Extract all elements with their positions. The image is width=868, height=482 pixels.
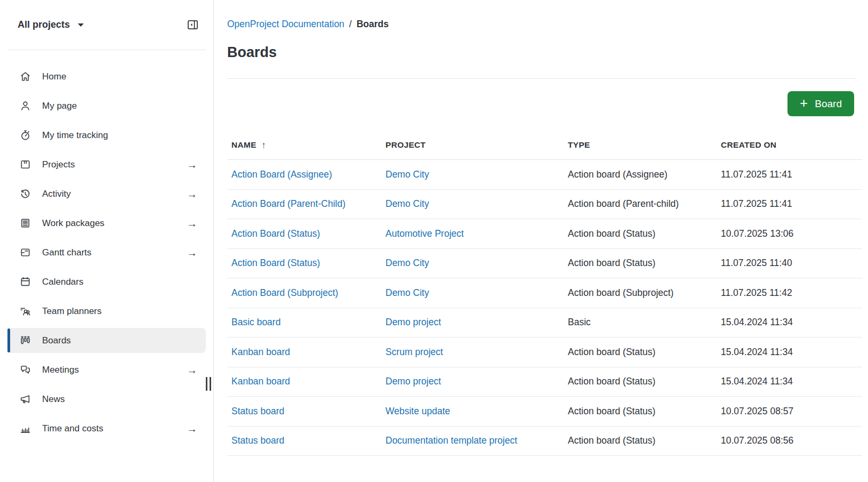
table-row: Status board Website update Action board…	[227, 397, 862, 427]
team-planner-icon	[19, 305, 31, 317]
sidebar-item-calendars[interactable]: Calendars	[7, 269, 206, 294]
sidebar-resize-handle[interactable]	[206, 377, 211, 391]
plus-icon: +	[800, 96, 808, 110]
board-type: Action board (Status)	[564, 258, 717, 269]
gantt-icon	[19, 246, 31, 259]
sidebar-item-news[interactable]: News	[7, 387, 206, 412]
board-name-link[interactable]: Basic board	[231, 317, 280, 327]
sidebar-item-team-planners[interactable]: Team planners	[7, 299, 206, 324]
sidebar-item-boards[interactable]: Boards	[7, 328, 206, 353]
column-header-project[interactable]: PROJECT	[381, 140, 564, 150]
breadcrumb-separator: /	[349, 19, 352, 30]
submenu-arrow-icon[interactable]: →	[187, 423, 197, 434]
project-link[interactable]: Demo City	[385, 169, 429, 180]
project-link[interactable]: Demo City	[385, 287, 429, 298]
sidebar-item-projects[interactable]: Projects →	[7, 152, 206, 177]
board-type: Action board (Status)	[564, 406, 717, 417]
project-link[interactable]: Automotive Project	[385, 228, 464, 239]
board-name-link[interactable]: Status board	[231, 406, 284, 416]
page-title: Boards	[227, 44, 868, 61]
created-on: 15.04.2024 11:34	[717, 347, 862, 358]
boards-icon	[19, 334, 31, 347]
collapse-sidebar-button[interactable]	[186, 18, 199, 31]
project-link[interactable]: Demo City	[385, 198, 429, 209]
board-name-link[interactable]: Kanban board	[231, 347, 290, 357]
created-on: 15.04.2024 11:34	[717, 376, 862, 387]
column-header-name[interactable]: NAME ↑	[227, 140, 381, 151]
project-link[interactable]: Demo project	[385, 376, 441, 387]
board-name-link[interactable]: Action Board (Parent-Child)	[231, 198, 345, 209]
submenu-arrow-icon[interactable]: →	[187, 159, 197, 170]
sidebar-nav: Home My page	[0, 50, 213, 441]
project-link[interactable]: Demo project	[385, 317, 441, 327]
table-row: Status board Documentation template proj…	[227, 427, 862, 456]
sidebar-item-label: Meetings	[42, 365, 79, 375]
sidebar-item-activity[interactable]: Activity →	[7, 181, 206, 206]
collapse-sidebar-icon	[186, 18, 199, 31]
chevron-down-icon	[77, 23, 84, 27]
board-name-link[interactable]: Status board	[231, 435, 284, 446]
sidebar-item-time-and-costs[interactable]: Time and costs →	[7, 416, 206, 441]
sidebar-item-label: Activity	[42, 189, 71, 199]
board-name-link[interactable]: Action Board (Subproject)	[231, 287, 338, 298]
submenu-arrow-icon[interactable]: →	[187, 247, 197, 258]
submenu-arrow-icon[interactable]: →	[187, 365, 197, 375]
table-row: Action Board (Assignee) Demo City Action…	[227, 160, 862, 190]
project-link[interactable]: Website update	[385, 406, 450, 416]
created-on: 11.07.2025 11:41	[717, 198, 862, 210]
table-row: Kanban board Scrum project Action board …	[227, 338, 862, 367]
sidebar-item-gantt-charts[interactable]: Gantt charts →	[7, 240, 206, 265]
created-on: 11.07.2025 11:41	[717, 169, 862, 180]
board-type: Basic	[564, 317, 717, 328]
board-name-link[interactable]: Action Board (Assignee)	[231, 169, 332, 180]
toolbar: + Board	[227, 91, 854, 116]
board-type: Action board (Assignee)	[564, 169, 717, 180]
sidebar-item-work-packages[interactable]: Work packages →	[7, 211, 206, 236]
created-on: 10.07.2025 08:57	[717, 406, 862, 417]
sidebar-item-my-time-tracking[interactable]: My time tracking	[7, 123, 206, 148]
work-packages-icon	[19, 217, 31, 229]
submenu-arrow-icon[interactable]: →	[187, 189, 197, 199]
sidebar-item-label: My page	[42, 101, 77, 111]
add-board-button-label: Board	[815, 98, 842, 110]
sidebar-item-label: My time tracking	[42, 130, 108, 141]
table-row: Basic board Demo project Basic 15.04.202…	[227, 308, 862, 338]
add-board-button[interactable]: + Board	[787, 91, 854, 116]
sidebar-item-label: News	[42, 394, 65, 405]
sidebar-item-label: Calendars	[42, 277, 84, 287]
created-on: 11.07.2025 11:42	[717, 287, 862, 299]
main-content: OpenProject Documentation / Boards Board…	[214, 0, 868, 482]
project-link[interactable]: Documentation template project	[385, 435, 517, 446]
board-type: Action board (Status)	[564, 435, 717, 446]
sidebar-item-label: Projects	[42, 159, 75, 170]
board-name-link[interactable]: Action Board (Status)	[231, 258, 320, 268]
projects-icon	[19, 158, 31, 171]
board-type: Action board (Status)	[564, 228, 717, 239]
project-selector-dropdown[interactable]: All projects	[18, 19, 84, 30]
board-name-link[interactable]: Kanban board	[231, 376, 290, 387]
sidebar-item-label: Work packages	[42, 218, 105, 229]
created-on: 11.07.2025 11:40	[717, 258, 862, 269]
project-selector-label: All projects	[18, 19, 70, 30]
table-row: Action Board (Subproject) Demo City Acti…	[227, 278, 862, 308]
column-header-type[interactable]: TYPE	[564, 140, 717, 150]
breadcrumb-parent-link[interactable]: OpenProject Documentation	[227, 19, 344, 30]
project-link[interactable]: Demo City	[385, 258, 429, 268]
sidebar-item-my-page[interactable]: My page	[7, 93, 206, 118]
sidebar-item-meetings[interactable]: Meetings →	[7, 357, 206, 382]
column-header-created-on[interactable]: CREATED ON	[717, 140, 862, 150]
heading-divider	[227, 78, 856, 79]
sidebar-item-label: Time and costs	[42, 423, 103, 434]
board-name-link[interactable]: Action Board (Status)	[231, 228, 320, 239]
boards-table: NAME ↑ PROJECT TYPE CREATED ON Action Bo…	[227, 131, 862, 456]
sidebar: All projects Home	[0, 0, 214, 482]
submenu-arrow-icon[interactable]: →	[187, 218, 197, 229]
table-row: Action Board (Parent-Child) Demo City Ac…	[227, 190, 862, 220]
sidebar-item-label: Home	[42, 71, 66, 82]
sidebar-item-label: Boards	[42, 335, 71, 346]
project-link[interactable]: Scrum project	[385, 347, 443, 357]
created-on: 15.04.2024 11:34	[717, 317, 862, 328]
sidebar-item-home[interactable]: Home	[7, 64, 206, 89]
table-header-row: NAME ↑ PROJECT TYPE CREATED ON	[227, 131, 862, 160]
breadcrumb: OpenProject Documentation / Boards	[227, 19, 868, 30]
